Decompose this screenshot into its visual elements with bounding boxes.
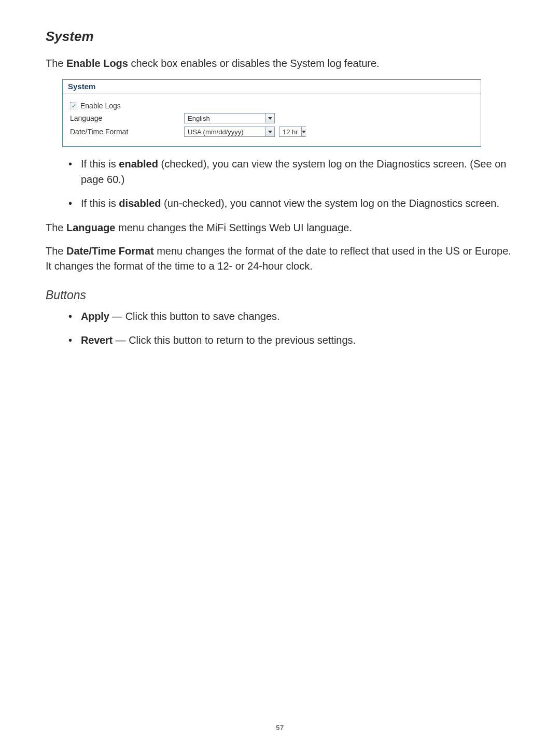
bold-dateformat: Date/Time Format <box>66 245 154 257</box>
text: check box enables or disables the System… <box>128 58 380 69</box>
enable-logs-label: ✓ Enable Logs <box>70 102 184 110</box>
buttons-list: Apply — Click this button to save change… <box>46 308 514 348</box>
heading-system: System <box>46 29 514 45</box>
dateformat-paragraph: The Date/Time Format menu changes the fo… <box>46 244 514 274</box>
language-row: Language English <box>70 113 473 123</box>
date-format-row: Date/Time Format USA (mm/dd/yyyy) 12 hr <box>70 126 473 137</box>
chevron-down-icon <box>265 114 274 123</box>
heading-buttons: Buttons <box>46 288 514 302</box>
clock-format-value: 12 hr <box>279 127 301 136</box>
chevron-down-icon <box>265 127 274 136</box>
language-value: English <box>185 114 265 123</box>
text: — Click this button to return to the pre… <box>113 334 356 346</box>
text: The <box>46 58 66 69</box>
system-panel: System ✓ Enable Logs Language English <box>62 79 481 147</box>
enable-logs-text: Enable Logs <box>80 102 121 110</box>
date-format-value: USA (mm/dd/yyyy) <box>185 127 265 136</box>
text: (un-checked), you cannot view the system… <box>161 198 500 209</box>
page-number: 57 <box>0 724 560 732</box>
enable-logs-checkbox[interactable]: ✓ <box>70 102 77 109</box>
date-format-label: Date/Time Format <box>70 128 184 136</box>
bold-language: Language <box>66 222 115 233</box>
text: — Click this button to save changes. <box>109 311 280 322</box>
list-item: If this is enabled (checked), you can vi… <box>68 156 514 187</box>
chevron-down-icon <box>301 127 306 136</box>
system-panel-screenshot: System ✓ Enable Logs Language English <box>62 79 481 147</box>
list-item: If this is disabled (un-checked), you ca… <box>68 195 514 211</box>
language-select[interactable]: English <box>184 113 275 123</box>
bold-enabled: enabled <box>119 158 158 170</box>
panel-body: ✓ Enable Logs Language English Date/Time… <box>63 93 481 146</box>
text: menu changes the MiFi Settings Web UI la… <box>115 222 352 233</box>
bold-revert: Revert <box>81 334 113 346</box>
bold-enable-logs: Enable Logs <box>66 58 128 69</box>
language-label: Language <box>70 114 184 122</box>
text: The <box>46 222 66 233</box>
bold-disabled: disabled <box>119 198 161 209</box>
list-item: Revert — Click this button to return to … <box>68 332 514 348</box>
intro-paragraph: The Enable Logs check box enables or dis… <box>46 56 514 71</box>
date-format-select[interactable]: USA (mm/dd/yyyy) <box>184 126 275 137</box>
text: If this is <box>81 158 119 170</box>
check-icon: ✓ <box>72 103 76 109</box>
enable-logs-row: ✓ Enable Logs <box>70 102 473 110</box>
text: If this is <box>81 198 119 209</box>
clock-format-select[interactable]: 12 hr <box>279 126 306 137</box>
text: The <box>46 245 66 257</box>
language-paragraph: The Language menu changes the MiFi Setti… <box>46 220 514 235</box>
bold-apply: Apply <box>81 311 109 322</box>
list-item: Apply — Click this button to save change… <box>68 308 514 324</box>
enable-logs-behaviour-list: If this is enabled (checked), you can vi… <box>46 156 514 211</box>
panel-title: System <box>63 80 481 93</box>
